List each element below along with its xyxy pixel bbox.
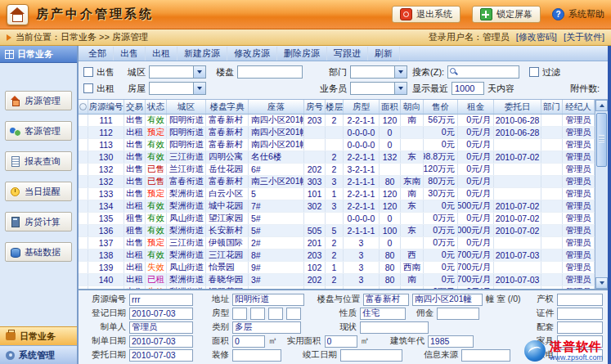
usable-area-input[interactable] [325,335,357,348]
toolbar-button[interactable]: 刷新 [368,47,400,61]
column-header[interactable]: 朝向 [401,100,424,114]
lock-screen-button[interactable]: 锁定屏幕 [472,6,541,23]
column-header[interactable]: 房号 [304,100,326,114]
chevron-down-icon[interactable] [193,83,205,94]
system-help-button[interactable]: 系统帮助 [552,8,604,20]
facility-input[interactable] [557,321,603,334]
column-header[interactable]: 租金 [458,100,494,114]
house-select[interactable] [149,82,206,95]
toolbar-button[interactable]: 出售 [114,47,146,61]
attachment-column-header[interactable] [79,100,88,114]
room-type-input-2[interactable] [250,308,265,320]
cell-location: 5 [249,188,304,200]
table-row[interactable]: 135 租售 有效 凤山街道 望江家园 5# 0-0-0-0 0 [79,213,595,225]
scroll-up-button[interactable] [595,100,608,111]
commission-input[interactable] [437,308,479,320]
entrust-date-input[interactable] [129,349,193,362]
rent-checkbox[interactable] [83,83,93,93]
column-header[interactable]: 经纪人 [563,100,595,114]
agent-select[interactable] [350,82,407,95]
sidebar-item[interactable]: 房贷计算 [5,212,72,231]
table-row[interactable]: 133 出售 预定 梨洲街道 白云小区 5 101 1 2-2-1-1 120 [79,188,595,200]
district-select[interactable] [149,65,206,79]
toolbar-button[interactable]: 全部 [82,47,114,61]
room-type-input-4[interactable] [286,308,301,320]
info-source-input[interactable] [461,349,510,362]
column-header[interactable]: 委托日 [494,100,541,114]
sidebar-item[interactable]: 当日提醒 [5,182,72,201]
recent-days-input[interactable] [452,82,484,95]
toolbar-button[interactable]: 删除房源 [277,47,327,61]
column-header[interactable]: 座落 [249,100,304,114]
filter-checkbox[interactable] [529,67,539,77]
column-header[interactable]: 售价 [424,100,458,114]
column-header[interactable]: 房源编号 [88,100,124,114]
estate-name-input[interactable] [363,294,409,306]
house-code-input[interactable] [129,294,193,306]
scrollbar-track[interactable] [595,111,608,277]
sidebar-item[interactable]: 报表查询 [5,151,72,171]
column-header[interactable]: 状态 [146,100,167,114]
address-label: 地址 [196,294,229,305]
column-header[interactable]: 部门 [541,100,563,114]
table-row[interactable]: 112 出租 预定 阳明衔道 富春新村 南四小区201幢 0-0-0-0 0 [79,127,595,139]
toolbar-button[interactable]: 新建房源 [177,47,227,61]
column-header[interactable]: 楼盘字典 [206,100,249,114]
area-input[interactable] [232,335,265,348]
table-row[interactable]: 132 出售 已售 富春衔道 富春新村 南三小区201幢 303 3 2-1-1… [79,176,595,188]
property-right-input[interactable] [557,294,603,306]
exit-system-button[interactable]: 退出系统 [392,6,460,23]
cell-department [541,225,563,236]
make-date-input[interactable] [129,335,193,348]
toolbar-button[interactable]: 出租 [146,47,177,61]
estate-input[interactable] [237,65,303,79]
nature-input[interactable] [360,308,406,320]
column-header[interactable]: 楼层 [326,100,344,114]
scrollbar-thumb[interactable] [596,113,607,167]
sidebar-group-panel[interactable]: 系统管理 [0,345,77,364]
department-select[interactable] [350,65,407,79]
column-header[interactable]: 面积 [380,100,401,114]
table-row[interactable]: 113 出售 有效 阳明衔道 富春新村 南四小区201幢 0-0-0-0 0 [79,139,595,151]
sidebar-item[interactable]: 基础数据 [5,242,72,262]
sidebar-item[interactable]: 房源管理 [5,91,72,110]
register-date-input[interactable] [129,308,193,320]
table-row[interactable]: 140 出租 已租 梨洲街道 春晓华园 3# 202 2 3 80 南 [79,274,595,286]
column-header[interactable]: 房型 [344,100,380,114]
sidebar-group-panel[interactable]: 日常业务 [0,326,77,345]
room-type-input-3[interactable] [268,308,283,320]
address-input[interactable] [232,294,304,306]
room-type-input-1[interactable] [232,308,247,320]
table-row[interactable]: 130 出售 有效 三江街道 四明公寓 名仕6楼 2 2-2-1-1 132 [79,151,595,164]
maker-input[interactable] [129,321,193,334]
chevron-down-icon[interactable] [193,66,205,78]
table-row[interactable]: 139 出租 失效 凤山街道 怡景园 9# 102 1 3 80 西南 [79,262,595,274]
table-row[interactable]: 136 租售 有效 梨洲街道 长安新村 5# 505 5 2-1-1-1 100 [79,225,595,237]
complete-date-input[interactable] [340,349,402,362]
table-row[interactable]: 132 出售 已售 兰江街道 岳仕花园 6# 202 2 3-2-1-1 [79,164,595,176]
current-status-input[interactable] [360,321,429,334]
cell-facing: 西南 [401,262,424,273]
build-year-input[interactable] [428,335,474,348]
search-input[interactable] [447,65,519,79]
certificate-input[interactable] [557,308,603,320]
toolbar-button[interactable]: 修改房源 [227,47,277,61]
chevron-down-icon[interactable] [394,66,407,78]
about-software-link[interactable]: [关于软件] [564,31,604,43]
scroll-down-button[interactable] [595,277,608,289]
column-header[interactable]: 城区 [167,100,206,114]
vertical-scrollbar[interactable] [595,100,608,289]
table-row[interactable]: 138 出租 有效 梨洲街道 三江花园 8# 203 2 3 80 西 [79,249,595,262]
table-row[interactable]: 137 出售 预定 三江街道 伊顿国际 2# 201 2 3 0 [79,237,595,249]
toolbar-button[interactable]: 写跟进 [327,47,368,61]
change-password-link[interactable]: [修改密码] [516,31,557,43]
estate-location-input[interactable] [412,294,483,306]
sale-checkbox[interactable] [83,67,93,77]
table-row[interactable]: 111 出售 有效 阳明衔道 富春新村 南四小区201幢 203 2 2-2-1… [79,115,595,127]
column-header[interactable]: 交易 [124,100,146,114]
category-input[interactable] [232,321,301,334]
chevron-down-icon[interactable] [394,83,407,94]
table-row[interactable]: 134 出租 有效 梨洲街道 城中花园 7# 302 3 2-2-1-1 120 [79,200,595,213]
decoration-input[interactable] [232,349,281,362]
sidebar-item[interactable]: 客源管理 [5,121,72,141]
